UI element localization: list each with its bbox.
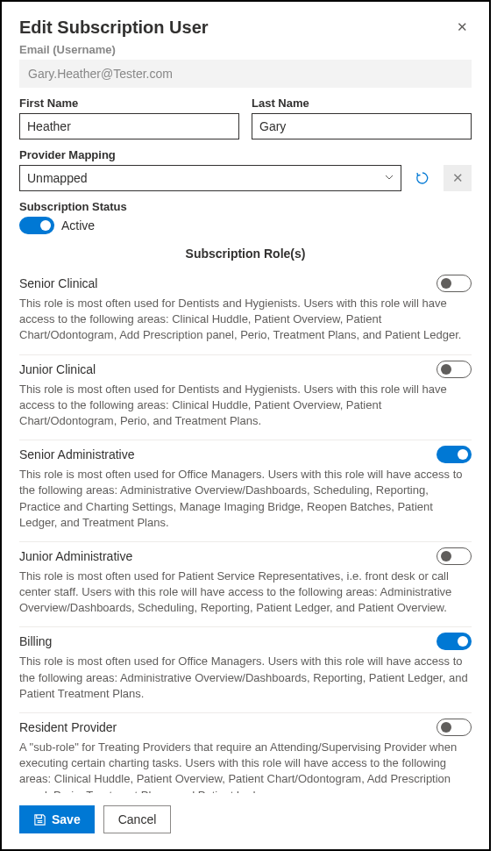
role-toggle[interactable]: [437, 361, 472, 378]
roles-section-title: Subscription Role(s): [19, 247, 472, 261]
role-block: Senior AdministrativeThis role is most o…: [19, 440, 472, 542]
role-description: This role is most often used for Office …: [19, 467, 472, 531]
refresh-button[interactable]: [408, 165, 437, 191]
provider-mapping-select[interactable]: [19, 165, 401, 191]
role-title: Junior Clinical: [19, 362, 96, 376]
save-button-label: Save: [52, 812, 81, 826]
role-title: Senior Administrative: [19, 447, 135, 461]
role-block: Junior ClinicalThis role is most often u…: [19, 355, 472, 441]
last-name-label: Last Name: [252, 97, 472, 110]
save-button[interactable]: Save: [19, 805, 95, 833]
clear-button[interactable]: ✕: [444, 165, 472, 191]
subscription-status-text: Active: [61, 218, 95, 232]
role-block: Resident ProviderA "sub-role" for Treati…: [19, 713, 472, 793]
role-description: A "sub-role" for Treating Providers that…: [19, 740, 472, 793]
role-description: This role is most often used for Dentist…: [19, 382, 472, 430]
cancel-button[interactable]: Cancel: [103, 805, 172, 833]
role-block: Senior ClinicalThis role is most often u…: [19, 269, 472, 355]
close-icon: ✕: [452, 170, 464, 186]
role-title: Senior Clinical: [19, 276, 97, 290]
close-icon[interactable]: ✕: [453, 18, 472, 37]
role-title: Junior Administrative: [19, 549, 132, 563]
role-title: Resident Provider: [19, 720, 117, 734]
role-toggle[interactable]: [437, 446, 472, 463]
role-toggle[interactable]: [437, 719, 472, 736]
save-icon: [33, 813, 46, 826]
panel-title: Edit Subscription User: [19, 18, 209, 38]
refresh-icon: [415, 171, 429, 185]
role-block: BillingThis role is most often used for …: [19, 627, 472, 713]
role-description: This role is most often used for Patient…: [19, 569, 472, 617]
provider-mapping-label: Provider Mapping: [19, 148, 472, 161]
role-toggle[interactable]: [437, 547, 472, 565]
role-block: Junior AdministrativeThis role is most o…: [19, 542, 472, 628]
email-label: Email (Username): [19, 43, 472, 56]
subscription-status-toggle[interactable]: [19, 217, 54, 234]
role-title: Billing: [19, 634, 52, 648]
last-name-input[interactable]: [252, 113, 472, 139]
role-toggle[interactable]: [437, 275, 472, 292]
email-value: Gary.Heather@Tester.com: [19, 60, 472, 88]
role-toggle[interactable]: [437, 633, 472, 650]
first-name-input[interactable]: [19, 113, 239, 139]
role-description: This role is most often used for Office …: [19, 654, 472, 702]
role-description: This role is most often used for Dentist…: [19, 296, 472, 344]
subscription-status-label: Subscription Status: [19, 200, 472, 213]
first-name-label: First Name: [19, 97, 239, 110]
